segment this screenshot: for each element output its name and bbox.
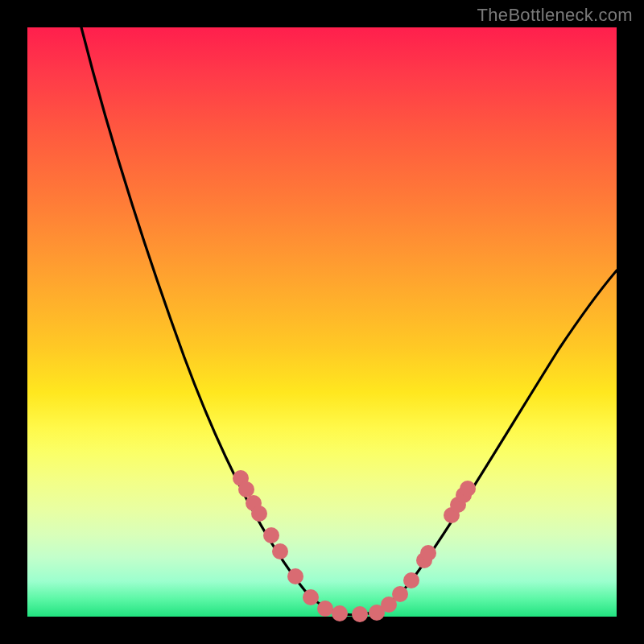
data-point xyxy=(251,506,267,522)
chart-frame: TheBottleneck.com xyxy=(0,0,644,644)
data-point xyxy=(317,601,333,617)
marker-group xyxy=(233,470,476,622)
data-point xyxy=(303,589,319,605)
data-point xyxy=(420,545,436,561)
watermark-text: TheBottleneck.com xyxy=(477,5,633,26)
data-point xyxy=(287,568,303,584)
data-point xyxy=(263,527,279,543)
data-point xyxy=(392,586,408,602)
data-point xyxy=(272,543,288,559)
bottleneck-curve xyxy=(81,27,617,615)
data-point xyxy=(332,605,348,621)
data-point xyxy=(352,606,368,622)
chart-svg xyxy=(27,27,617,617)
data-point xyxy=(238,481,254,497)
data-point xyxy=(460,481,476,497)
data-point xyxy=(403,572,419,588)
